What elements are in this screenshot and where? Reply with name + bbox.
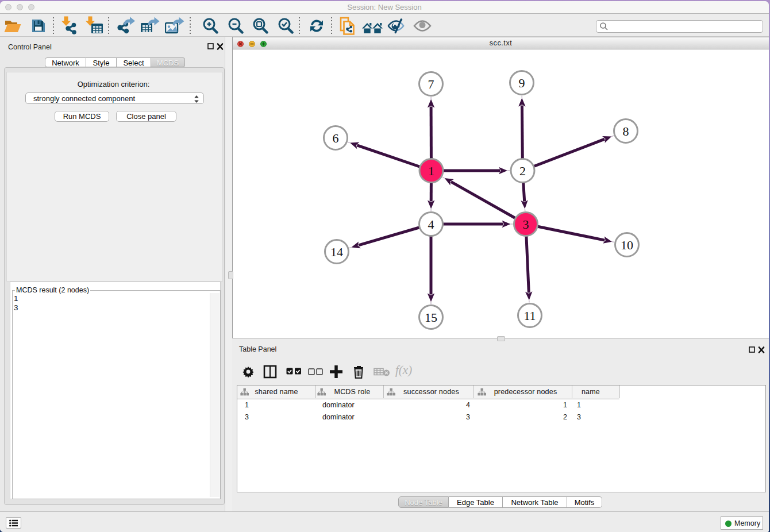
svg-text:2: 2 (519, 164, 526, 178)
svg-text:15: 15 (425, 310, 437, 325)
svg-text:7: 7 (428, 77, 434, 91)
svg-text:4: 4 (428, 217, 434, 232)
svg-text:14: 14 (330, 245, 343, 259)
svg-text:10: 10 (621, 238, 633, 252)
svg-text:3: 3 (523, 217, 529, 232)
svg-text:9: 9 (519, 76, 525, 90)
svg-text:6: 6 (333, 131, 339, 145)
svg-text:8: 8 (623, 124, 629, 138)
svg-text:11: 11 (523, 309, 536, 323)
svg-text:1: 1 (428, 164, 434, 178)
